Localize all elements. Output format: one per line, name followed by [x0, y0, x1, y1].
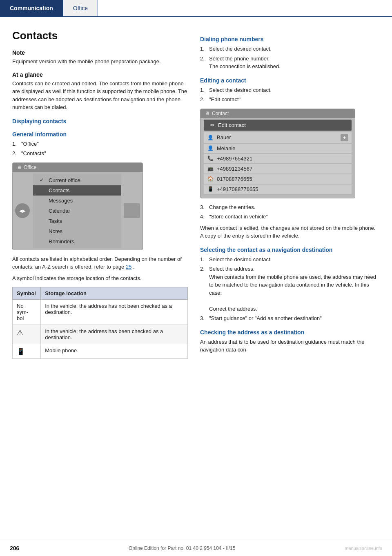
contact-row-bauer: 👤 Bauer + — [204, 132, 352, 143]
screen-title-text: Office — [24, 165, 36, 170]
checking-heading: Checking the address as a destination — [200, 329, 380, 336]
screen-title-bar: 🖥 Office — [13, 163, 143, 172]
watermark-text: manualsonline.info — [345, 546, 382, 551]
nav-tab-office-label: Office — [73, 5, 88, 11]
editing-heading: Editing a contact — [200, 77, 380, 84]
at-a-glance-label: At a glance — [12, 71, 188, 78]
contact-row-home: 🏠 017088776655 — [204, 174, 352, 184]
top-navigation: Communication Office — [0, 0, 392, 17]
nav-step-3: 3. "Start guidance" or "Add as another d… — [200, 314, 380, 322]
office-icon: 🖥 — [17, 165, 21, 170]
editing-step-2: 2. "Edit contact" — [200, 96, 380, 104]
screen-nav-area: ◀▶ ✓ Current office Contacts — [13, 172, 143, 250]
office-menu: ✓ Current office Contacts Messages — [33, 173, 121, 248]
nav-circle: ◀▶ — [15, 203, 30, 218]
current-office-item: ✓ Current office — [33, 175, 121, 185]
notes-item[interactable]: Notes — [33, 226, 121, 236]
edit-pencil-icon: ✏ — [210, 122, 215, 128]
step-1: 1. "Office" — [12, 140, 188, 148]
contact-screen-title-text: Contact — [212, 111, 229, 116]
location-cell: Mobile phone. — [41, 344, 188, 359]
editing-step-1: 1. Select the desired contact. — [200, 86, 380, 94]
all-contacts-text: All contacts are listed in alphabetical … — [12, 255, 188, 271]
contact-icon: 🖥 — [205, 111, 209, 116]
editing-step-4: 4. "Store contact in vehicle" — [200, 213, 380, 221]
table-row: ⚠ In the vehicle; the address has been c… — [13, 325, 188, 344]
nav-dest-heading: Selecting the contact as a navigation de… — [200, 247, 380, 253]
editing-steps-top: 1. Select the desired contact. 2. "Edit … — [200, 86, 380, 104]
main-content: Contacts Note Equipment version with the… — [0, 17, 392, 376]
nav-dest-steps: 1. Select the desired contact. 2. Select… — [200, 256, 380, 322]
storage-col-header: Storage location — [41, 287, 188, 300]
page-number: 206 — [10, 545, 19, 552]
symbol-text: A symbol indicates the storage location … — [12, 274, 188, 282]
location-cell: In the vehicle; the address has not been… — [41, 300, 188, 325]
add-button[interactable]: + — [341, 134, 348, 141]
scroll-indicator — [124, 203, 140, 218]
dialing-step-1: 1. Select the desired contact. — [200, 45, 380, 53]
page-title: Contacts — [12, 29, 188, 42]
nav-tab-office[interactable]: Office — [63, 0, 98, 16]
symbol-table: Symbol Storage location No sym-bol In th… — [12, 287, 188, 359]
table-row: 📱 Mobile phone. — [13, 344, 188, 359]
nav-step-2: 2. Select the address. When contacts fro… — [200, 265, 380, 313]
contact-row-mobile: 📱 +4917088776655 — [204, 185, 352, 194]
edit-contact-label: Edit contact — [218, 122, 246, 128]
displaying-contacts-heading: Displaying contacts — [12, 118, 188, 125]
page-ref-link[interactable]: 25 — [126, 264, 131, 270]
left-column: Contacts Note Equipment version with the… — [12, 29, 188, 364]
mobile-icon: 📱 — [207, 186, 214, 192]
reminders-item[interactable]: Reminders — [33, 236, 121, 247]
symbol-col-header: Symbol — [13, 287, 41, 300]
nav-tab-communication-label: Communication — [10, 5, 53, 11]
footer-text: Online Edition for Part no. 01 40 2 954 … — [129, 545, 236, 551]
contact-row-phone1: 📞 +49897654321 — [204, 154, 352, 163]
dialing-heading: Dialing phone numbers — [200, 36, 380, 42]
tasks-item[interactable]: Tasks — [33, 216, 121, 226]
contact-row-fax: 📠 +49891234567 — [204, 164, 352, 173]
note-label: Note — [12, 49, 188, 56]
contact-screen-title: 🖥 Contact — [200, 109, 355, 118]
edit-contact-bar: ✏ Edit contact — [204, 120, 352, 131]
phone-icon: 📞 — [207, 156, 214, 161]
step-2: 2. "Contacts" — [12, 149, 188, 158]
general-info-steps: 1. "Office" 2. "Contacts" — [12, 140, 188, 158]
messages-item[interactable]: Messages — [33, 196, 121, 206]
dialing-step-2: 2. Select the phone number. The connecti… — [200, 55, 380, 71]
nav-step-1: 1. Select the desired contact. — [200, 256, 380, 264]
editing-steps-bottom: 3. Change the entries. 4. "Store contact… — [200, 203, 380, 221]
general-info-heading: General information — [12, 131, 188, 138]
calendar-item[interactable]: Calendar — [33, 206, 121, 216]
editing-step-3: 3. Change the entries. — [200, 203, 380, 211]
symbol-cell: 📱 — [13, 344, 41, 359]
dialing-steps: 1. Select the desired contact. 2. Select… — [200, 45, 380, 71]
symbol-cell: No sym-bol — [13, 300, 41, 325]
editing-note: When a contact is edited, the changes ar… — [200, 224, 380, 240]
office-screen-mock: 🖥 Office ◀▶ ✓ Current office Contacts — [12, 162, 143, 250]
note-text: Equipment version with the mobile phone … — [12, 58, 188, 66]
contacts-item[interactable]: Contacts — [33, 185, 121, 196]
home-icon: 🏠 — [207, 176, 214, 182]
fax-icon: 📠 — [207, 166, 214, 171]
table-row: No sym-bol In the vehicle; the address h… — [13, 300, 188, 325]
checking-text: An address that is to be used for destin… — [200, 338, 380, 354]
right-column: Dialing phone numbers 1. Select the desi… — [200, 29, 380, 364]
person-icon: 👤 — [207, 145, 214, 151]
contact-rows: 👤 Bauer + 👤 Melanie 📞 +49897654321 📠 +49… — [200, 131, 355, 198]
symbol-cell: ⚠ — [13, 325, 41, 344]
person-icon: 👤 — [207, 135, 214, 140]
at-a-glance-text: Contacts can be created and edited. The … — [12, 80, 188, 111]
footer: 206 Online Edition for Part no. 01 40 2 … — [0, 540, 392, 556]
nav-tab-communication[interactable]: Communication — [0, 0, 63, 16]
location-cell: In the vehicle; the address has been che… — [41, 325, 188, 344]
contact-row-melanie: 👤 Melanie — [204, 144, 352, 153]
contact-screen-mock: 🖥 Contact ✏ Edit contact 👤 Bauer + 👤 Mel… — [200, 109, 355, 198]
